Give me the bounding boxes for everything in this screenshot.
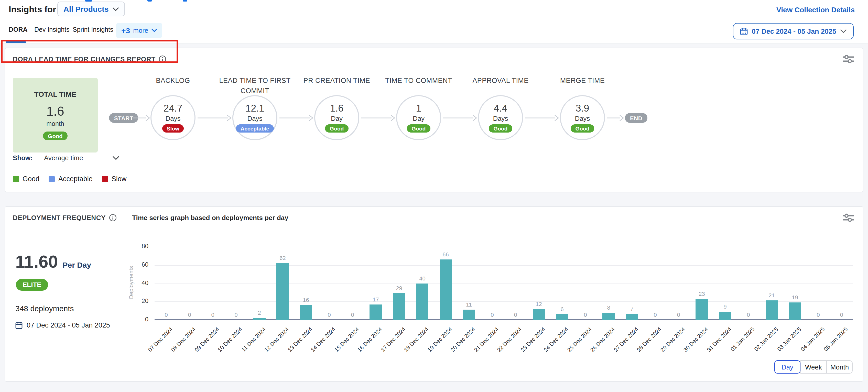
deployment-bar[interactable] — [556, 314, 568, 320]
bar-value-label: 2 — [248, 310, 271, 316]
more-tabs-text: more — [133, 27, 148, 34]
toggle-month-button[interactable]: Month — [827, 360, 852, 373]
y-tick-label: 0 — [125, 316, 148, 323]
stage-value: 24.7 — [163, 103, 182, 114]
deployment-bar[interactable] — [719, 312, 731, 320]
bar-value-label: 7 — [621, 305, 643, 311]
deployment-bar[interactable] — [602, 312, 615, 320]
deployment-bar[interactable] — [463, 310, 475, 320]
stage-circle-lead-time-first-commit[interactable]: 12.1 Days Acceptable — [232, 95, 277, 140]
lead-time-funnel: BACKLOG LEAD TIME TO FIRST COMMIT PR CRE… — [5, 76, 864, 152]
gridline — [155, 265, 853, 266]
bar-value-label: 21 — [761, 293, 783, 299]
more-tabs-count: +3 — [121, 26, 130, 35]
tab-dev-insights[interactable]: Dev Insights — [34, 26, 70, 33]
y-tick-label: 40 — [125, 279, 148, 286]
bar-value-label: 23 — [691, 291, 713, 297]
flow-arrow — [361, 115, 395, 121]
legend-label: Acceptable — [58, 175, 93, 183]
stage-circle-approval-time[interactable]: 4.4 Days Good — [478, 95, 523, 140]
toggle-day-button[interactable]: Day — [774, 360, 801, 373]
deployment-bar[interactable] — [766, 301, 778, 320]
stage-label-time-to-comment: TIME TO COMMENT — [378, 76, 460, 86]
tab-sprint-insights[interactable]: Sprint Insights — [73, 26, 113, 33]
date-range-value: 07 Dec 2024 - 05 Jan 2025 — [752, 27, 836, 35]
bar-value-label: 0 — [225, 312, 247, 318]
stage-rating-badge: Good — [325, 124, 348, 132]
clipped-link-fragment — [147, 0, 152, 2]
bar-value-label: 0 — [178, 312, 201, 318]
bar-value-label: 0 — [504, 312, 527, 318]
flow-arrow — [279, 115, 313, 121]
flow-arrow — [197, 115, 231, 121]
bar-value-label: 8 — [597, 304, 620, 310]
y-tick-label: 20 — [125, 298, 148, 305]
legend-label: Slow — [112, 175, 127, 183]
stage-value: 3.9 — [576, 103, 589, 114]
page-title: Insights for — [9, 5, 56, 15]
lead-time-title-text: DORA LEAD TIME FOR CHANGES REPORT — [13, 55, 156, 63]
date-range-picker[interactable]: 07 Dec 2024 - 05 Jan 2025 — [733, 23, 854, 39]
deployment-bar[interactable] — [253, 318, 266, 320]
deployment-bar[interactable] — [440, 260, 452, 320]
bar-value-label: 0 — [202, 312, 224, 318]
view-collection-details-link[interactable]: View Collection Details — [776, 6, 855, 14]
clipped-link-fragment — [183, 0, 187, 2]
stage-rating-badge: Good — [407, 124, 430, 132]
bar-value-label: 40 — [411, 275, 434, 281]
stage-circle-merge-time[interactable]: 3.9 Days Good — [560, 95, 605, 140]
rating-legend: Good Acceptable Slow — [13, 175, 126, 183]
stage-label-approval-time: APPROVAL TIME — [460, 76, 541, 86]
deployment-bar[interactable] — [370, 304, 382, 320]
deployment-bar[interactable] — [300, 305, 312, 320]
gridline — [155, 283, 853, 284]
deployment-bar[interactable] — [789, 302, 801, 320]
deployment-bar[interactable] — [393, 293, 405, 320]
show-value: Average time — [44, 154, 83, 162]
page: Insights for All Products View Collectio… — [0, 0, 868, 392]
bar-value-label: 9 — [714, 303, 737, 310]
product-selector-dropdown[interactable]: All Products — [57, 2, 125, 17]
bar-value-label: 0 — [668, 312, 690, 318]
flow-arrow — [133, 115, 150, 121]
stage-rating-badge: Slow — [162, 124, 184, 132]
active-tab-underline — [6, 41, 26, 43]
chevron-down-icon — [113, 7, 119, 11]
deployment-bar[interactable] — [416, 283, 429, 320]
chevron-down-icon — [840, 29, 846, 33]
stage-circle-time-to-comment[interactable]: 1 Day Good — [396, 95, 441, 140]
bar-value-label: 6 — [551, 306, 574, 312]
legend-swatch-acceptable — [49, 176, 55, 182]
stage-unit: Day — [331, 115, 343, 122]
bar-value-label: 0 — [481, 312, 504, 318]
stage-circle-backlog[interactable]: 24.7 Days Slow — [151, 95, 195, 140]
bar-value-label: 62 — [272, 255, 294, 261]
stage-value: 1 — [416, 103, 421, 114]
info-icon[interactable] — [159, 55, 166, 63]
stage-rating-badge: Good — [489, 124, 512, 132]
stage-value: 4.4 — [494, 103, 507, 114]
legend-swatch-good — [13, 176, 19, 182]
deployment-bar[interactable] — [696, 299, 708, 320]
lead-time-card: DORA LEAD TIME FOR CHANGES REPORT TOTAL … — [5, 48, 863, 192]
legend-swatch-slow — [102, 176, 108, 182]
deployment-bar[interactable] — [626, 313, 638, 320]
y-tick-label: 80 — [125, 243, 148, 250]
toggle-week-button[interactable]: Week — [801, 360, 827, 373]
bar-value-label: 0 — [830, 312, 853, 318]
stage-circle-pr-creation[interactable]: 1.6 Day Good — [314, 95, 359, 140]
bar-value-label: 66 — [435, 251, 457, 258]
bar-value-label: 19 — [784, 294, 806, 300]
bar-value-label: 12 — [528, 301, 550, 307]
deployment-bar[interactable] — [533, 309, 545, 320]
bar-value-label: 0 — [737, 312, 760, 318]
widget-settings-icon[interactable] — [843, 55, 854, 65]
tab-dora[interactable]: DORA — [9, 26, 28, 33]
deployment-bar[interactable] — [277, 263, 289, 320]
show-selector[interactable]: Show: Average time — [13, 154, 120, 162]
stage-label-lead-time-first-commit: LEAD TIME TO FIRST COMMIT — [214, 76, 296, 96]
more-tabs-dropdown[interactable]: +3 more — [116, 23, 162, 38]
stage-rating-badge: Good — [571, 124, 594, 132]
bar-value-label: 0 — [155, 312, 178, 318]
stage-unit: Day — [413, 115, 425, 122]
